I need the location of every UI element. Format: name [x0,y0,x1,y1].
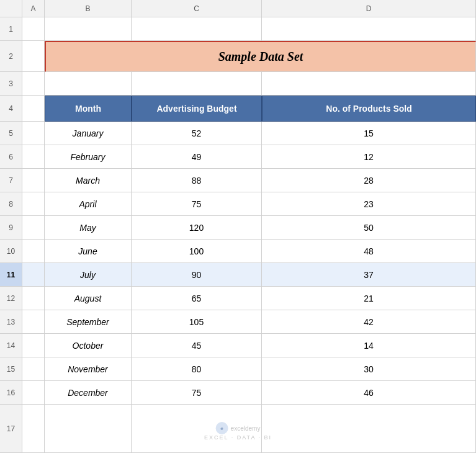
grid: A B C D 1 2 Sample Data Set 3 [0,0,476,453]
cell-b1[interactable] [45,17,132,41]
cell-month-10[interactable]: June [45,240,132,263]
cell-month-8[interactable]: April [45,192,132,216]
row-5: 5 January 52 15 [0,122,476,145]
spreadsheet: A B C D 1 2 Sample Data Set 3 [0,0,476,453]
row-num-8: 8 [0,192,22,216]
cell-c3[interactable] [132,72,262,96]
cell-month-15[interactable]: November [45,357,132,381]
row-8: 8 April 75 23 [0,192,476,216]
watermark-logo: e exceldemy [216,422,261,434]
row-num-5: 5 [0,122,22,145]
cell-products-15[interactable]: 30 [262,357,476,381]
row-num-14: 14 [0,334,22,357]
cell-b3[interactable] [45,72,132,96]
cell-a16[interactable] [22,381,45,405]
cell-products-8[interactable]: 23 [262,192,476,216]
cell-a6[interactable] [22,145,45,169]
row-num-17: 17 [0,405,22,453]
col-header-b[interactable]: B [45,0,132,17]
title-cell: Sample Data Set [45,41,476,72]
row-11: 11 July 90 37 [0,263,476,287]
cell-budget-10[interactable]: 100 [132,240,262,263]
cell-budget-14[interactable]: 45 [132,334,262,357]
cell-b17[interactable] [45,405,132,453]
row-13: 13 September 105 42 [0,310,476,334]
cell-month-11[interactable]: July [45,263,132,287]
cell-month-12[interactable]: August [45,287,132,310]
row-9: 9 May 120 50 [0,216,476,240]
cell-budget-16[interactable]: 75 [132,381,262,405]
col-header-d[interactable]: D [262,0,476,17]
cell-products-11[interactable]: 37 [262,263,476,287]
row-num-11: 11 [0,263,22,287]
row-1: 1 [0,17,476,41]
cell-d3[interactable] [262,72,476,96]
cell-a8[interactable] [22,192,45,216]
cell-products-16[interactable]: 46 [262,381,476,405]
cell-a1[interactable] [22,17,45,41]
row-num-10: 10 [0,240,22,263]
row-num-4: 4 [0,96,22,122]
row-3: 3 [0,72,476,96]
cell-a11[interactable] [22,263,45,287]
row-16: 16 December 75 46 [0,381,476,405]
row-6: 6 February 49 12 [0,145,476,169]
cell-a13[interactable] [22,310,45,334]
cell-month-13[interactable]: September [45,310,132,334]
cell-budget-15[interactable]: 80 [132,357,262,381]
cell-budget-13[interactable]: 105 [132,310,262,334]
cell-budget-12[interactable]: 65 [132,287,262,310]
cell-a2[interactable] [22,41,45,72]
cell-products-14[interactable]: 14 [262,334,476,357]
cell-d1[interactable] [262,17,476,41]
cell-a10[interactable] [22,240,45,263]
cell-a7[interactable] [22,169,45,192]
cell-budget-5[interactable]: 52 [132,122,262,145]
row-14: 14 October 45 14 [0,334,476,357]
row-num-1: 1 [0,17,22,41]
col-header-a[interactable]: A [22,0,45,17]
row-num-13: 13 [0,310,22,334]
row-num-16: 16 [0,381,22,405]
row-num-2: 2 [0,41,22,72]
cell-a17[interactable] [22,405,45,453]
cell-a12[interactable] [22,287,45,310]
row-num-3: 3 [0,72,22,96]
cell-products-9[interactable]: 50 [262,216,476,240]
cell-month-14[interactable]: October [45,334,132,357]
cell-products-5[interactable]: 15 [262,122,476,145]
cell-month-6[interactable]: February [45,145,132,169]
cell-a3[interactable] [22,72,45,96]
header-month: Month [45,96,132,122]
cell-d17[interactable] [262,405,476,453]
cell-budget-11[interactable]: 90 [132,263,262,287]
row-4: 4 Month Advertising Budget No. of Produc… [0,96,476,122]
col-header-c[interactable]: C [132,0,262,17]
cell-a9[interactable] [22,216,45,240]
row-12: 12 August 65 21 [0,287,476,310]
cell-a15[interactable] [22,357,45,381]
watermark: e exceldemy EXCEL · DATA · BI [204,422,272,441]
cell-month-9[interactable]: May [45,216,132,240]
cell-products-12[interactable]: 21 [262,287,476,310]
cell-products-7[interactable]: 28 [262,169,476,192]
cell-budget-6[interactable]: 49 [132,145,262,169]
cell-budget-7[interactable]: 88 [132,169,262,192]
cell-month-5[interactable]: January [45,122,132,145]
cell-month-7[interactable]: March [45,169,132,192]
cell-c1[interactable] [132,17,262,41]
cell-a14[interactable] [22,334,45,357]
cell-a4[interactable] [22,96,45,122]
row-2: 2 Sample Data Set [0,41,476,72]
cell-products-10[interactable]: 48 [262,240,476,263]
cell-products-6[interactable]: 12 [262,145,476,169]
row-num-12: 12 [0,287,22,310]
cell-budget-9[interactable]: 120 [132,216,262,240]
row-num-6: 6 [0,145,22,169]
watermark-text2: EXCEL · DATA · BI [204,434,272,441]
cell-products-13[interactable]: 42 [262,310,476,334]
cell-month-16[interactable]: December [45,381,132,405]
cell-budget-8[interactable]: 75 [132,192,262,216]
header-products: No. of Products Sold [262,96,476,122]
cell-a5[interactable] [22,122,45,145]
